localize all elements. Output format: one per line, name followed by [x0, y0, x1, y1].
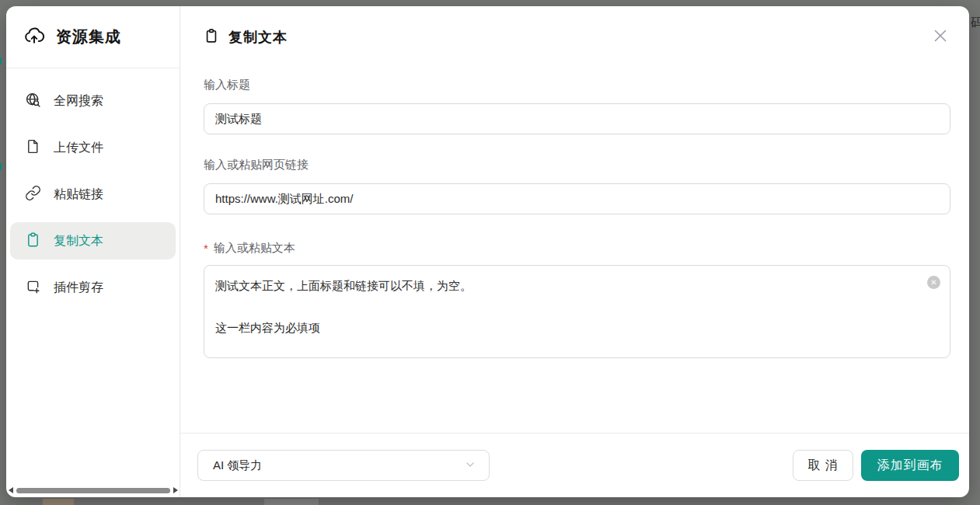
sidebar-item-plugin-clip[interactable]: 插件剪存 [10, 269, 176, 306]
sidebar-item-label: 上传文件 [54, 140, 103, 156]
sidebar-item-copy-text[interactable]: 复制文本 [10, 222, 176, 259]
app-title: 资源集成 [56, 26, 121, 47]
sidebar-item-label: 粘贴链接 [54, 186, 103, 203]
sidebar-header: 资源集成 [6, 6, 180, 68]
copy-text-panel: 复制文本 输入标题 输入或粘贴网页链接 * 输入或粘贴文本 测试文本正文，上面标… [180, 6, 969, 497]
scrollbar-thumb[interactable] [16, 488, 170, 493]
horizontal-scrollbar[interactable] [6, 486, 180, 494]
add-to-canvas-button[interactable]: 添加到画布 [861, 450, 959, 481]
panel-footer: AI 领导力 取 消 添加到画布 [180, 433, 969, 497]
clip-save-icon [25, 278, 41, 298]
url-field-label: 输入或粘贴网页链接 [204, 158, 950, 172]
sidebar: 资源集成 全网搜索 [6, 6, 180, 497]
resource-integration-dialog: 资源集成 全网搜索 [6, 6, 969, 497]
background-artifact [0, 57, 2, 64]
url-input[interactable] [204, 183, 950, 214]
scroll-right-arrow-icon[interactable] [173, 487, 178, 493]
background-artifact [43, 499, 74, 505]
content-field-label-text: 输入或粘贴文本 [214, 241, 295, 256]
panel-header: 复制文本 [180, 6, 969, 48]
sidebar-nav: 全网搜索 上传文件 粘贴链接 [6, 68, 180, 306]
content-textarea[interactable]: 测试文本正文，上面标题和链接可以不填，为空。 这一栏内容为必填项 [204, 265, 950, 358]
sidebar-item-paste-link[interactable]: 粘贴链接 [10, 176, 176, 213]
screen: { "background": { "clipped_text": "码" },… [0, 0, 980, 505]
cloud-upload-icon [23, 25, 45, 50]
required-asterisk: * [204, 242, 208, 255]
sidebar-item-upload-file[interactable]: 上传文件 [10, 129, 176, 166]
sidebar-item-web-search[interactable]: 全网搜索 [10, 82, 176, 120]
clear-icon: ✕ [930, 279, 936, 287]
sidebar-item-label: 复制文本 [54, 233, 103, 249]
footer-buttons: 取 消 添加到画布 [793, 450, 959, 481]
background-clipped-text: 码 [971, 16, 980, 30]
copy-text-form: 输入标题 输入或粘贴网页链接 * 输入或粘贴文本 测试文本正文，上面标题和链接可… [180, 48, 969, 358]
scroll-left-arrow-icon[interactable] [9, 487, 13, 493]
globe-search-icon [25, 92, 41, 111]
knowledge-base-select-value: AI 领导力 [213, 458, 262, 473]
link-icon [25, 185, 41, 204]
cancel-button[interactable]: 取 消 [793, 450, 853, 481]
clipboard-icon [204, 28, 219, 47]
sidebar-item-label: 全网搜索 [54, 93, 103, 110]
knowledge-base-select[interactable]: AI 领导力 [197, 450, 490, 481]
clear-text-button[interactable]: ✕ [927, 276, 940, 289]
close-button[interactable] [930, 27, 950, 47]
clipboard-icon [25, 232, 41, 251]
title-input[interactable] [204, 103, 950, 134]
content-textarea-wrap: 测试文本正文，上面标题和链接可以不填，为空。 这一栏内容为必填项 ✕ [204, 265, 950, 358]
title-field-label: 输入标题 [204, 78, 950, 92]
chevron-down-icon [464, 458, 476, 473]
panel-title: 复制文本 [228, 28, 288, 47]
file-icon [25, 138, 41, 158]
sidebar-item-label: 插件剪存 [54, 280, 103, 296]
content-field-label: * 输入或粘贴文本 [204, 241, 950, 256]
background-artifact [0, 163, 2, 170]
close-icon [931, 26, 950, 48]
background-artifact [264, 499, 319, 505]
